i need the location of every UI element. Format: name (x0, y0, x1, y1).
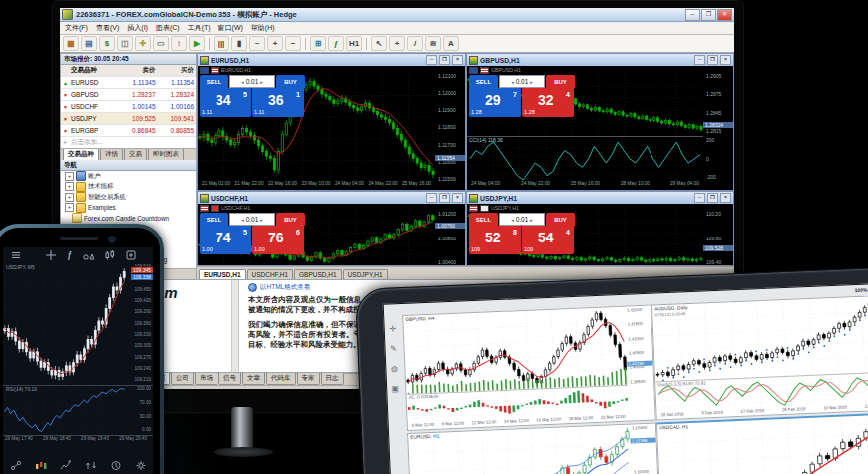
nav-item-智能交易系统[interactable]: +智能交易系统 (61, 192, 196, 203)
draw-icon[interactable]: ✎ (390, 345, 397, 353)
minimize-icon[interactable]: ─ (426, 55, 437, 65)
trade-icon[interactable] (85, 460, 97, 471)
lot-input[interactable]: ◂0.01▸ (229, 213, 275, 226)
maximize-button[interactable]: ❐ (701, 9, 716, 21)
zoom-out-button[interactable]: − (285, 36, 301, 51)
candle-type-icon[interactable] (105, 250, 115, 260)
buy-price-box[interactable]: 1.28324 (522, 88, 574, 117)
symbol-row-USDCHF[interactable]: ▼USDCHF1.001451.00166 (61, 101, 196, 113)
buy-button[interactable]: BUY (546, 75, 575, 88)
tab-专家[interactable]: 专家 (297, 373, 320, 385)
cursor-button[interactable]: ↖ (371, 36, 387, 51)
chat-icon[interactable]: ◍ (391, 365, 398, 373)
candles-button[interactable]: ▮ (231, 36, 247, 51)
chart-window-gbpusd[interactable]: GBPUSD,H1 ─❐× GBPUSD,H1 1.29051.28751.28… (466, 53, 734, 191)
cci-chart[interactable] (467, 139, 703, 183)
phone-rsi-pane[interactable]: RSI(14) 70.10 100.0070.0030.000.00 (3, 385, 153, 436)
minimize-icon[interactable]: ─ (694, 193, 705, 203)
menu-帮助(H)[interactable]: 帮助(H) (251, 23, 275, 33)
menu-工具(T)[interactable]: 工具(T) (188, 23, 211, 33)
market-watch-button[interactable]: $ (99, 36, 115, 51)
tile-windows-button[interactable]: ⊞ (310, 36, 326, 51)
autotrading-button[interactable]: ▶ (189, 36, 205, 51)
mail-list-scrollbar[interactable] (232, 280, 239, 372)
sell-price-box[interactable]: 1.11345 (200, 88, 251, 117)
sell-button[interactable]: SELL (469, 213, 498, 226)
indicators-f-icon[interactable]: ƒ (67, 250, 72, 260)
periods-button[interactable]: H1 (346, 36, 362, 51)
tab-文章[interactable]: 文章 (242, 373, 265, 385)
lot-input[interactable]: ◂0.01▸ (499, 75, 545, 88)
chart-window-titlebar[interactable]: GBPUSD,H1 ─❐× (467, 54, 733, 66)
tab-日志[interactable]: 日志 (321, 373, 344, 385)
tab-代码库[interactable]: 代码库 (266, 373, 296, 385)
new-window-icon[interactable] (126, 250, 136, 260)
close-icon[interactable]: × (720, 193, 731, 203)
restore-icon[interactable]: ❐ (439, 55, 450, 65)
sell-button[interactable]: SELL (200, 75, 228, 88)
signals-icon[interactable] (10, 460, 22, 471)
chart-window-usdchf[interactable]: USDCHF,H1 ─❐× USDCHF,H1 1.012001.008001.… (197, 191, 466, 266)
indicators-button[interactable]: ƒ (328, 36, 344, 51)
symbol-row-USDJPY[interactable]: ▼USDJPY109.525109.541 (61, 113, 196, 125)
menu-查看(V)[interactable]: 查看(V) (96, 23, 119, 33)
close-icon[interactable]: × (720, 55, 731, 65)
close-button[interactable]: ✕ (717, 9, 732, 21)
tab-交易品种[interactable]: 交易品种 (63, 148, 99, 160)
minimize-icon[interactable]: ─ (694, 55, 705, 65)
buy-price-box[interactable]: 1.11361 (252, 88, 304, 117)
phone-chart-pane[interactable]: USDJPY, M5 109.510109.480109.450109.4201… (3, 263, 153, 386)
buy-price-box[interactable]: 109544 (522, 226, 574, 254)
tab-GBPUSD,H1[interactable]: GBPUSD,H1 (294, 269, 342, 279)
new-chart-button[interactable]: ▦ (63, 36, 79, 51)
tab-即时图表[interactable]: 即时图表 (148, 148, 184, 160)
tablet-chart-usdcad[interactable]: USDCAD, H1 1.450001.442001.43400 1.44820 (656, 411, 868, 474)
tab-USDCHF,H1[interactable]: USDCHF,H1 (247, 269, 293, 279)
lot-input[interactable]: ◂0.01▸ (229, 75, 275, 88)
tab-信号[interactable]: 信号 (218, 373, 241, 385)
menu-icon[interactable] (11, 250, 21, 260)
tab-USDJPY,H1[interactable]: USDJPY,H1 (343, 269, 388, 279)
history-icon[interactable] (110, 460, 122, 471)
chart-window-titlebar[interactable]: USDJPY,H1 ─❐× (467, 192, 733, 204)
crosshair-icon[interactable]: ✛ (389, 325, 396, 333)
doc-icon[interactable]: ▣ (391, 385, 399, 393)
buy-button[interactable]: BUY (546, 213, 575, 226)
chart-window-eurusd[interactable]: EURUSD,H1 ─❐× EURUSD,H1 1.121001.120001.… (197, 53, 466, 191)
settings-icon[interactable] (135, 460, 147, 471)
tab-市场[interactable]: 市场 (195, 373, 217, 385)
nav-item-账户[interactable]: +账户 (61, 171, 196, 182)
tab-详情[interactable]: 详情 (100, 148, 123, 160)
terminal-button[interactable]: ▭ (153, 36, 169, 51)
sell-button[interactable]: SELL (469, 75, 498, 88)
lot-input[interactable]: ◂0.01▸ (499, 213, 545, 226)
restore-icon[interactable]: ❐ (439, 193, 450, 203)
chart-window-titlebar[interactable]: EURUSD,H1 ─❐× (198, 54, 465, 66)
symbol-row-EURUSD[interactable]: ▲EURUSD1.113451.11354 (61, 77, 196, 89)
sell-price-box[interactable]: 109528 (469, 226, 521, 254)
tablet-chart-eurusd[interactable]: EURUSD, H1 1.104001.100001.09600 1.10388 (407, 422, 660, 474)
trendline-button[interactable]: / (407, 36, 423, 51)
tab-EURUSD,H1[interactable]: EURUSD,H1 (199, 269, 246, 279)
fibonacci-button[interactable]: ≋ (425, 36, 441, 51)
symbol-row-EURGBP[interactable]: ▼EURGBP0.868450.86855 (61, 125, 196, 137)
menu-文件(F)[interactable]: 文件(F) (65, 23, 88, 33)
symbol-row-GBPUSD[interactable]: ▼GBPUSD1.282371.28324 (61, 89, 196, 101)
objects-icon[interactable] (83, 250, 94, 260)
sell-price-box[interactable]: 1.28297 (469, 88, 521, 117)
text-label-button[interactable]: A (443, 36, 459, 51)
data-window-button[interactable]: ◫ (117, 36, 133, 51)
minimize-button[interactable]: ─ (685, 9, 700, 21)
restore-icon[interactable]: ❐ (707, 55, 718, 65)
tablet-chart-audusd[interactable]: AUDUSD, Daily ATR(14) 0.0049 Stoch(5,3,3… (651, 294, 868, 421)
quotes-icon[interactable] (35, 460, 47, 471)
sell-button[interactable]: SELL (200, 213, 228, 226)
profiles-button[interactable]: ▤ (81, 36, 97, 51)
buy-button[interactable]: BUY (276, 75, 305, 88)
chart-window-usdjpy[interactable]: USDJPY,H1 ─❐× USDJPY,H1 110.20109.80109.… (466, 191, 734, 266)
nav-item-Examples[interactable]: +Examples (61, 203, 196, 214)
minimize-icon[interactable]: ─ (426, 193, 437, 203)
nav-item-技术指标[interactable]: +技术指标 (61, 182, 196, 193)
nav-item-Forex.com Candle Countdown[interactable]: Forex.com Candle Countdown (61, 213, 196, 224)
charts-icon[interactable] (60, 460, 72, 471)
